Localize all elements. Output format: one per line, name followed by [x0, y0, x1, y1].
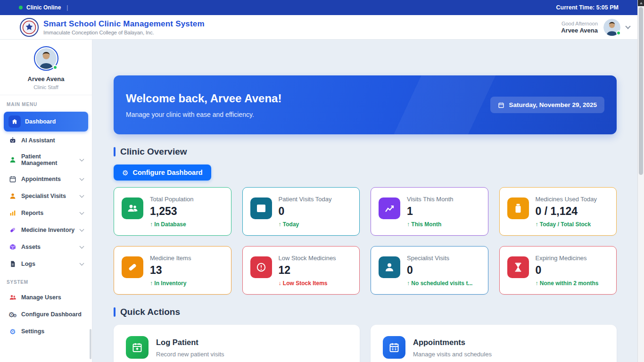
clinic-overview-heading: Clinic Overview [114, 147, 617, 157]
heading-accent-bar [114, 307, 116, 317]
welcome-title: Welcome back, Arvee Avena! [126, 92, 281, 105]
scrollbar-thumb[interactable] [639, 7, 643, 175]
sidebar-item-label: Medicine Inventory [21, 227, 74, 233]
sidebar-item-reports[interactable]: Reports [4, 205, 88, 221]
line-chart-icon [379, 197, 400, 219]
medicine-bottle-icon [507, 197, 529, 219]
welcome-subtitle: Manage your clinic with ease and efficie… [126, 111, 281, 118]
sidebar-item-patient-management[interactable]: Patient Management [4, 149, 88, 170]
sidebar-item-assets[interactable]: Assets [4, 239, 88, 255]
gears-icon: ⚙⚙ [8, 310, 17, 319]
sidebar-item-logs[interactable]: Logs [4, 256, 88, 272]
arrow-down-icon: ↓ [279, 280, 281, 287]
arrow-up-icon: ↑ [536, 221, 538, 228]
page-scrollbar[interactable] [637, 0, 644, 362]
stat-card-medicine-items[interactable]: Medicine Items 13 ↑ In Inventory [114, 246, 231, 295]
calendar-icon [383, 336, 405, 359]
sidebar-item-dashboard[interactable]: Dashboard [4, 112, 88, 132]
sidebar-item-manage-users[interactable]: Manage Users [4, 289, 88, 305]
stat-label: Low Stock Medicines [279, 255, 336, 262]
chevron-down-icon [80, 176, 84, 181]
sidebar-item-appointments[interactable]: Appointments [4, 171, 88, 187]
stat-trend: ↓ Low Stock Items [279, 280, 336, 287]
configure-dashboard-button[interactable]: ⚙ Configure Dashboard [114, 165, 211, 181]
box-icon [8, 243, 17, 251]
sidebar-item-label: Settings [21, 328, 44, 335]
sidebar-item-ai-assistant[interactable]: AI Assistant [4, 132, 88, 148]
app-subtitle: Immaculate Conception College of Balayan… [43, 30, 205, 35]
user-menu-chevron-icon[interactable] [625, 24, 630, 29]
quick-action-title: Log Patient [156, 338, 224, 347]
sidebar-item-label: Specialist Visits [21, 193, 66, 199]
stat-value: 0 [407, 264, 472, 277]
sidebar-item-label: Assets [21, 244, 41, 250]
specialist-icon [8, 192, 17, 200]
header-avatar[interactable] [603, 19, 620, 36]
stat-value: 0 / 1,124 [536, 205, 597, 218]
stat-value: 12 [279, 264, 336, 277]
sidebar-item-label: Logs [21, 261, 35, 267]
status-separator: | [66, 4, 68, 11]
bar-chart-icon [8, 209, 17, 217]
stat-label: Medicine Items [150, 255, 191, 262]
configure-dashboard-label: Configure Dashboard [132, 169, 202, 176]
date-pill: Saturday, November 29, 2025 [490, 97, 604, 113]
sidebar-item-label: Dashboard [25, 118, 56, 125]
stat-value: 1,253 [150, 205, 194, 218]
arrow-up-icon: ↑ [150, 280, 153, 287]
sidebar-item-configure-dashboard[interactable]: ⚙⚙ Configure Dashboard [4, 306, 88, 322]
sidebar-item-label: AI Assistant [21, 137, 55, 144]
welcome-banner: Welcome back, Arvee Avena! Manage your c… [114, 75, 617, 134]
quick-actions-grid: Log Patient Record new patient visits Ap… [114, 325, 617, 362]
section-main-menu: MAIN MENU [0, 95, 92, 111]
stat-value: 0 [279, 205, 332, 218]
stats-grid: Total Population 1,253 ↑ In Database Pat… [114, 187, 617, 295]
quick-action-appointments[interactable]: Appointments Manage visits and schedules [371, 325, 617, 362]
sidebar-item-settings[interactable]: ⚙ Settings [4, 323, 88, 339]
school-logo [20, 18, 39, 37]
stat-trend: ↑ None within 2 months [536, 280, 599, 287]
stat-trend: ↑ In Database [150, 221, 194, 228]
chevron-down-icon [80, 244, 84, 249]
scroll-up-button[interactable] [638, 0, 644, 6]
stat-card-visits-this-month[interactable]: Visits This Month 1 ↑ This Month [371, 187, 488, 236]
greeting-block: Good Afternoon Arvee Avena [561, 21, 598, 34]
sidebar-profile: Arvee Avena Clinic Staff [0, 46, 92, 95]
heading-accent-bar [114, 147, 116, 156]
stat-trend: ↑ Today / Total Stock [536, 221, 597, 228]
sidebar-item-specialist-visits[interactable]: Specialist Visits [4, 188, 88, 204]
welcome-text: Welcome back, Arvee Avena! Manage your c… [126, 92, 281, 118]
stat-card-specialist-visits[interactable]: Specialist Visits 0 ↑ No scheduled visit… [371, 246, 488, 295]
stat-label: Expiring Medicines [536, 255, 599, 262]
sidebar-item-medicine-inventory[interactable]: Medicine Inventory [4, 222, 88, 238]
sidebar-item-label: Manage Users [21, 294, 61, 301]
stat-value: 1 [407, 205, 454, 218]
alert-icon [250, 256, 272, 278]
stat-card-low-stock-medicines[interactable]: Low Stock Medicines 12 ↓ Low Stock Items [242, 246, 360, 295]
quick-action-desc: Record new patient visits [156, 351, 224, 358]
hourglass-icon [507, 256, 529, 278]
sidebar-scrollbar-thumb[interactable] [90, 329, 91, 359]
clinic-status-label: Clinic Online [26, 4, 61, 11]
profile-role: Clinic Staff [0, 84, 92, 90]
body-row: Arvee Avena Clinic Staff MAIN MENU Dashb… [0, 40, 644, 362]
stat-card-patient-visits-today[interactable]: Patient Visits Today 0 ↑ Today [242, 187, 360, 236]
greeting-label: Good Afternoon [561, 21, 598, 26]
sidebar-item-label: Patient Management [21, 153, 75, 166]
sidebar-item-label: Appointments [21, 176, 61, 182]
sidebar-avatar [34, 46, 58, 71]
stat-card-total-population[interactable]: Total Population 1,253 ↑ In Database [114, 187, 231, 236]
capsule-icon [122, 256, 143, 278]
specialist-icon [379, 256, 400, 278]
chevron-down-icon [80, 193, 84, 198]
arrow-up-icon: ↑ [407, 280, 410, 287]
stat-trend: ↑ In Inventory [150, 280, 191, 287]
quick-action-log-patient[interactable]: Log Patient Record new patient visits [114, 325, 360, 362]
profile-name: Arvee Avena [0, 75, 92, 82]
stat-card-medicines-used-today[interactable]: Medicines Used Today 0 / 1,124 ↑ Today /… [499, 187, 617, 236]
stat-card-expiring-medicines[interactable]: Expiring Medicines 0 ↑ None within 2 mon… [499, 246, 617, 295]
date-label: Saturday, November 29, 2025 [509, 101, 597, 108]
sidebar-item-label: Configure Dashboard [21, 311, 82, 318]
arrow-up-icon: ↑ [150, 221, 153, 228]
stat-value: 0 [536, 264, 599, 277]
